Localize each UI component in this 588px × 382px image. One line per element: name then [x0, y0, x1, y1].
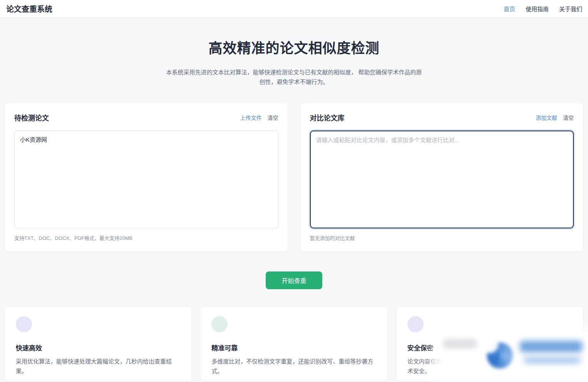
start-check-button[interactable]: 开始查重 — [266, 271, 322, 289]
nav-link-home[interactable]: 首页 — [504, 5, 515, 13]
source-clear-link[interactable]: 清空 — [268, 114, 278, 121]
compare-panel-actions: 添加文献 清空 — [536, 114, 574, 121]
top-navbar: 论文查重系统 首页 使用指南 关于我们 — [0, 0, 588, 18]
hero-description: 本系统采用先进的文本比对算法，能够快速检测论文与已有文献的相似度， 帮助您确保学… — [165, 67, 424, 87]
feature-title-speed: 快速高效 — [16, 343, 181, 352]
watermark-text-top — [520, 341, 582, 352]
hero-section: 高效精准的论文相似度检测 本系统采用先进的文本比对算法，能够快速检测论文与已有文… — [0, 37, 588, 87]
input-panels: 待检测论文 上传文件 清空 小K资源网 支持TXT、DOC、DOCX、PDF格式… — [0, 103, 588, 251]
compare-clear-link[interactable]: 清空 — [563, 114, 574, 121]
accuracy-feature-icon — [211, 316, 228, 332]
security-feature-icon — [407, 316, 424, 332]
watermark-gray-blob — [443, 339, 477, 348]
watermark-overlay — [440, 336, 588, 376]
watermark-text-bottom — [524, 357, 581, 364]
feature-desc-speed: 采用优化算法，能够快速处理大篇幅论文，几秒内给出查重结果。 — [16, 357, 181, 376]
add-document-link[interactable]: 添加文献 — [536, 114, 557, 121]
upload-file-link[interactable]: 上传文件 — [240, 114, 262, 121]
feature-card-accuracy: 精准可靠 多维度比对，不仅检测文字重复，还能识别改写、重组等抄袭方式。 — [201, 307, 387, 381]
source-panel-header: 待检测论文 上传文件 清空 — [14, 112, 278, 122]
source-panel-actions: 上传文件 清空 — [240, 114, 278, 121]
compare-library-textarea[interactable] — [310, 131, 574, 228]
page-title: 高效精准的论文相似度检测 — [0, 37, 588, 57]
source-paper-textarea[interactable]: 小K资源网 — [14, 131, 278, 228]
compare-library-panel: 对比论文库 添加文献 清空 暂无添加的对比文献 — [301, 103, 583, 251]
source-panel-title: 待检测论文 — [14, 112, 49, 122]
feature-desc-accuracy: 多维度比对，不仅检测文字重复，还能识别改写、重组等抄袭方式。 — [211, 357, 376, 376]
feature-title-accuracy: 精准可靠 — [211, 343, 376, 352]
brand-title[interactable]: 论文查重系统 — [6, 3, 52, 14]
watermark-swirl-logo-icon — [487, 342, 513, 369]
nav-link-about[interactable]: 关于我们 — [559, 5, 582, 13]
speed-feature-icon — [16, 316, 32, 332]
feature-card-speed: 快速高效 采用优化算法，能够快速处理大篇幅论文，几秒内给出查重结果。 — [5, 307, 191, 381]
source-paper-panel: 待检测论文 上传文件 清空 小K资源网 支持TXT、DOC、DOCX、PDF格式… — [5, 103, 288, 251]
nav-links: 首页 使用指南 关于我们 — [504, 5, 582, 13]
source-format-hint: 支持TXT、DOC、DOCX、PDF格式，最大支持20MB — [14, 234, 278, 241]
compare-panel-header: 对比论文库 添加文献 清空 — [310, 112, 574, 122]
compare-empty-hint: 暂无添加的对比文献 — [310, 234, 574, 241]
nav-link-guide[interactable]: 使用指南 — [526, 5, 549, 13]
action-row: 开始查重 — [0, 271, 588, 289]
compare-panel-title: 对比论文库 — [310, 112, 345, 122]
